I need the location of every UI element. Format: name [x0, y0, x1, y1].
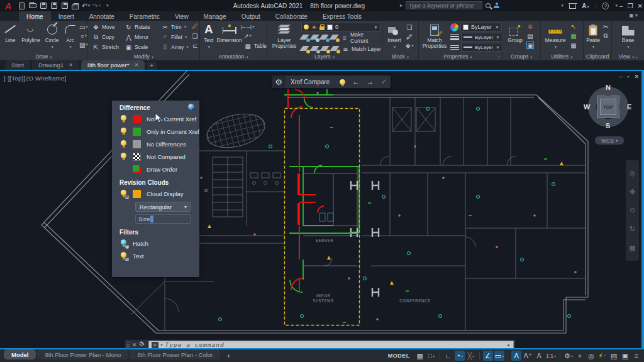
- layer-freeze-icon[interactable]: [311, 35, 319, 41]
- visibility-bulb-icon[interactable]: [121, 115, 127, 123]
- panel-pin-icon[interactable]: [188, 104, 194, 110]
- cloud-size-input[interactable]: Size: [135, 214, 191, 224]
- snap-toggle-icon[interactable]: ∷▾: [426, 351, 436, 361]
- minimize-button[interactable]: –: [619, 3, 623, 9]
- quick-select-icon[interactable]: ↖: [570, 23, 577, 30]
- customize-command-icon[interactable]: [140, 342, 146, 348]
- text-button[interactable]: A Text▾: [203, 21, 215, 51]
- drawing-canvas[interactable]: SERVER INFOR SYSTEMS CONFERENCE N [-][To…: [0, 71, 644, 349]
- collapse-search-icon[interactable]: ▸: [400, 3, 402, 8]
- layout-tab-8th-floor-power-plan-mono[interactable]: 8th Floor Power Plan - Mono: [37, 349, 128, 359]
- annotation-scale-icon[interactable]: Ʌ: [534, 351, 544, 361]
- panel-label-utilities[interactable]: Utilities ▾: [541, 53, 583, 60]
- visibility-bulb-icon[interactable]: [121, 128, 127, 135]
- dimension-button[interactable]: ✷ Dimension: [217, 21, 242, 51]
- help-dropdown-icon[interactable]: ▾: [615, 3, 618, 8]
- layer-unlock-icon[interactable]: [331, 46, 340, 53]
- insert-button[interactable]: Insert▾: [385, 21, 404, 50]
- arc-button[interactable]: Arc▾: [63, 21, 77, 49]
- ribbon-tab-manage[interactable]: Manage: [196, 11, 234, 21]
- group-button[interactable]: Group: [506, 21, 525, 49]
- compass-north[interactable]: N: [606, 84, 611, 91]
- mirror-button[interactable]: ⋀Mirror: [125, 32, 160, 42]
- ribbon-tab-parametric[interactable]: Parametric: [122, 11, 167, 21]
- object-snap-icon[interactable]: ▭▾: [494, 351, 504, 361]
- diff-row-no-differences[interactable]: No Differences: [112, 138, 199, 150]
- visibility-bulb-icon[interactable]: [121, 140, 127, 148]
- copy-button[interactable]: ⧉Copy: [92, 32, 123, 42]
- green-swatch[interactable]: [133, 128, 141, 136]
- visibility-bulb-icon[interactable]: [121, 153, 127, 160]
- fullscreen-icon[interactable]: ▣: [620, 351, 630, 361]
- cloud-shape-select[interactable]: Rectangular▼: [135, 202, 191, 212]
- customize-qat-icon[interactable]: ▾: [102, 1, 113, 10]
- zoom-icon[interactable]: ⊙: [630, 206, 635, 214]
- viewcube-top-face[interactable]: TOP: [597, 96, 619, 118]
- layer-off-icon[interactable]: [321, 35, 329, 41]
- panel-label-draw[interactable]: Draw ▾: [0, 53, 87, 60]
- move-button[interactable]: ✥Move: [92, 22, 123, 32]
- layer-select[interactable]: ☀ 0 ▼: [301, 23, 380, 31]
- save-icon[interactable]: [38, 1, 48, 10]
- doc-minimize-icon[interactable]: –: [619, 74, 622, 80]
- close-command-line-icon[interactable]: ✕: [132, 342, 137, 348]
- linetype-select[interactable]: ByLayer▼: [461, 43, 502, 52]
- ellipse-tool-icon[interactable]: ○▾: [80, 32, 87, 40]
- ribbon-tab-annotate[interactable]: Annotate: [82, 11, 122, 21]
- circle-button[interactable]: Circle▾: [43, 21, 60, 49]
- panel-label-view[interactable]: View ▾ »: [612, 53, 644, 60]
- next-change-icon[interactable]: →: [363, 77, 377, 86]
- scale-button[interactable]: ▣Scale: [125, 42, 160, 52]
- line-button[interactable]: Line: [3, 21, 18, 49]
- object-snap-tracking-icon[interactable]: ∠: [483, 351, 493, 361]
- object-color-select[interactable]: ByLayer▼: [460, 23, 502, 31]
- restore-button[interactable]: ❐: [628, 3, 633, 9]
- close-button[interactable]: ✕: [638, 3, 643, 9]
- save-as-icon[interactable]: [48, 1, 59, 10]
- leader-icon[interactable]: ↗▾: [244, 32, 252, 40]
- layer-properties-button[interactable]: Layer Properties: [270, 21, 298, 54]
- ribbon-display-toggle-icon[interactable]: ▣ ▾: [629, 13, 638, 18]
- pan-icon[interactable]: ✥: [630, 188, 635, 196]
- layout-tab-8th-floor-power-plan-color[interactable]: 8th Floor Power Plan - Color: [130, 349, 220, 359]
- search-icon[interactable]: [486, 3, 491, 8]
- autoscale-icon[interactable]: Ʌ⁺: [523, 351, 533, 361]
- properties-dialog-launcher-icon[interactable]: ⌄: [497, 53, 501, 58]
- cut-icon[interactable]: ✂: [602, 23, 609, 30]
- measure-button[interactable]: Measure▾: [543, 21, 567, 49]
- linear-dim-icon[interactable]: ⊢⊣▾: [244, 23, 252, 31]
- ribbon-tab-collaborate[interactable]: Collaborate: [268, 11, 315, 21]
- select-all-icon[interactable]: ▩: [570, 32, 577, 40]
- group-selection-toggle-icon[interactable]: ▣: [526, 41, 534, 49]
- autodesk-a360-icon[interactable]: A▾: [582, 3, 589, 9]
- grid-toggle-icon[interactable]: ▦: [415, 351, 425, 361]
- diff-row-only-in-current[interactable]: Only in Current Xref: [112, 125, 199, 138]
- view-compass[interactable]: N S W E TOP: [586, 84, 631, 129]
- group-edit-icon[interactable]: ▤: [526, 32, 534, 40]
- showmotion-icon[interactable]: ▦: [629, 244, 635, 252]
- copy-clip-icon[interactable]: ⧉: [602, 32, 609, 40]
- rotate-button[interactable]: ↻Rotate: [125, 22, 160, 32]
- app-store-cart-icon[interactable]: [569, 4, 576, 9]
- hatch-tool-icon[interactable]: ▨▾: [80, 41, 87, 48]
- help-search-input[interactable]: [406, 1, 482, 9]
- stretch-button[interactable]: ⇱Stretch: [92, 42, 123, 52]
- layer-lock-tool-icon[interactable]: [331, 35, 339, 41]
- panel-label-properties[interactable]: Properties ▾ ⌄: [419, 53, 502, 60]
- signin-dropdown-icon[interactable]: ▾: [562, 3, 564, 8]
- revision-cloud-rectangle[interactable]: [285, 109, 360, 326]
- annotation-visibility-icon[interactable]: Ʌ: [511, 351, 521, 361]
- rectangle-tool-icon[interactable]: ▭▾: [80, 23, 87, 31]
- help-icon[interactable]: ?: [602, 3, 609, 9]
- block-attributes-icon[interactable]: ❖▾: [406, 42, 413, 50]
- panel-label-annotation[interactable]: Annotation ▾: [200, 53, 267, 60]
- base-button[interactable]: Base▾: [619, 21, 638, 49]
- match-layer-button[interactable]: ≅Match Layer: [341, 44, 381, 54]
- trim-button[interactable]: ✂Trim▾: [161, 22, 190, 32]
- table-button[interactable]: ▦Table: [244, 41, 267, 51]
- isolate-objects-icon[interactable]: ◎: [586, 351, 596, 361]
- close-tab-icon[interactable]: ✕: [134, 62, 138, 68]
- close-tab-icon[interactable]: ✕: [69, 62, 73, 68]
- gray-swatch[interactable]: [133, 140, 141, 148]
- diff-row-not-compared[interactable]: Not Compared: [112, 150, 199, 163]
